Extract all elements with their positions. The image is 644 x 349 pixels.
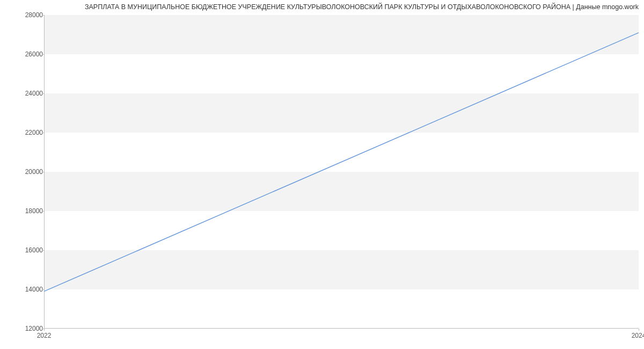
y-tick-mark (42, 289, 44, 290)
y-tick-label: 28000 (16, 11, 43, 19)
y-tick-label: 14000 (16, 286, 43, 293)
y-tick-mark (42, 172, 44, 172)
y-tick-label: 12000 (16, 325, 43, 332)
x-tick-mark (44, 329, 45, 331)
y-tick-mark (42, 133, 44, 133)
x-tick-mark (639, 329, 639, 331)
y-tick-label: 20000 (16, 168, 43, 176)
y-tick-mark (42, 15, 44, 16)
y-tick-label: 24000 (16, 90, 43, 97)
plot-area (44, 15, 639, 329)
chart-title: ЗАРПЛАТА В МУНИЦИПАЛЬНОЕ БЮДЖЕТНОЕ УЧРЕЖ… (85, 3, 639, 11)
y-tick-mark (42, 93, 44, 94)
y-tick-label: 16000 (16, 246, 43, 254)
x-tick-label: 2024 (632, 332, 644, 339)
y-tick-mark (42, 211, 44, 212)
line-series (44, 15, 639, 329)
x-tick-label: 2022 (37, 332, 52, 339)
y-tick-mark (42, 54, 44, 55)
y-tick-label: 18000 (16, 207, 43, 215)
y-tick-mark (42, 250, 44, 251)
y-tick-label: 26000 (16, 50, 43, 58)
y-tick-label: 22000 (16, 129, 43, 136)
